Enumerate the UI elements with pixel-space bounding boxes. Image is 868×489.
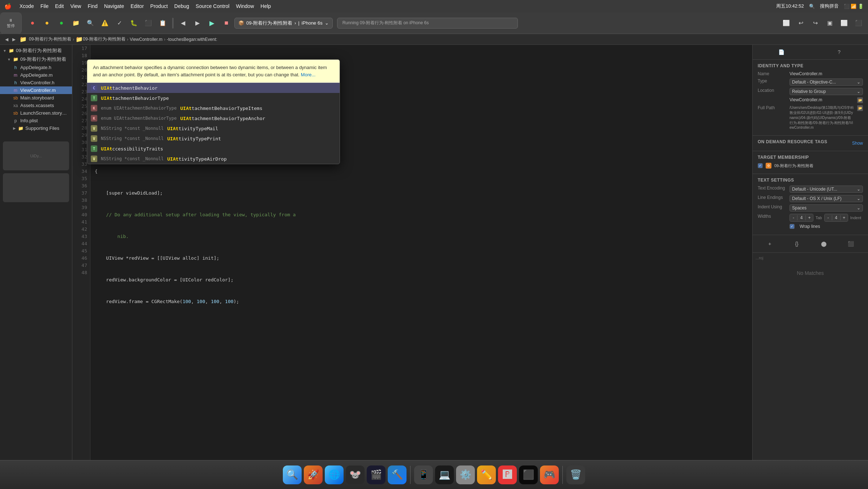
breadcrumb-1[interactable]: 09-附着行为-刚性附着 <box>29 36 71 42</box>
layout-btn-6[interactable]: ⬛ <box>852 17 865 30</box>
line-endings-dropdown[interactable]: Default - OS X / Unix (LF) ⌄ <box>790 195 863 202</box>
indent-decrement[interactable]: - <box>825 214 832 221</box>
dock-app-p[interactable]: 🅿 <box>498 465 517 484</box>
code-container[interactable]: 17 18 19 20 21 22 23 24 25 26 27 28 29 3… <box>72 45 752 467</box>
location-dropdown[interactable]: Relative to Group ⌄ <box>790 88 863 95</box>
menu-xcode[interactable]: Xcode <box>20 3 34 9</box>
fullpath-icon[interactable]: 📂 <box>857 105 863 111</box>
nav-icon-debug[interactable]: 🐛 <box>127 17 140 30</box>
dock-sysprefs[interactable]: ⚙️ <box>456 465 475 484</box>
breadcrumb-2[interactable]: 09-附着行为-刚性附着 <box>83 36 125 42</box>
ac-item-4[interactable]: V NSString *const _Nonnull UIAttivityTyp… <box>87 123 340 133</box>
scheme-selector[interactable]: 📦 09-附着行为-刚性附着 › | iPhone 6s ⌄ <box>234 18 333 29</box>
insp-square-icon[interactable]: ⬛ <box>846 239 856 249</box>
nav-icon-warn[interactable]: ⚠️ <box>98 17 111 30</box>
stop-button[interactable]: ■ <box>220 17 233 30</box>
tab-increment[interactable]: + <box>806 214 813 221</box>
target-checkbox[interactable]: ✓ <box>758 163 763 168</box>
menu-product[interactable]: Product <box>150 3 168 9</box>
menu-help[interactable]: Help <box>260 3 271 9</box>
nav-icon-test[interactable]: ✓ <box>113 17 126 30</box>
dock-safari[interactable]: 🌐 <box>325 465 344 484</box>
menu-edit[interactable]: Edit <box>55 3 64 9</box>
file-icon[interactable]: 📂 <box>857 97 863 103</box>
breadcrumb-back[interactable]: ◀ <box>3 36 10 43</box>
project-link-text[interactable]: ...roj <box>756 256 763 260</box>
insp-add-icon[interactable]: + <box>765 239 775 249</box>
nav-icon-report[interactable]: 📋 <box>156 17 169 30</box>
sidebar-item-launchscreen[interactable]: sb LaunchScreen.storyboard <box>0 109 72 117</box>
dock-simulator[interactable]: 📱 <box>414 465 433 484</box>
breadcrumb-3[interactable]: ViewController.m <box>130 37 162 42</box>
apple-menu[interactable]: 🍎 <box>4 3 12 10</box>
ac-item-5[interactable]: V NSString *const _Nonnull UIAttivityTyp… <box>87 133 340 144</box>
sidebar-item-infoplist[interactable]: p Info.plist <box>0 117 72 124</box>
insp-help-icon[interactable]: ? <box>834 47 844 57</box>
insp-circle-icon[interactable]: ⬤ <box>819 239 829 249</box>
tab-decrement[interactable]: - <box>790 214 797 221</box>
sidebar-item-root[interactable]: ▼ 📁 09-附着行为-刚性附着 <box>0 46 72 55</box>
ac-item-0[interactable]: C UIAttachmentBehavior <box>87 83 340 93</box>
nav-icon-bp[interactable]: ⬛ <box>142 17 155 30</box>
layout-btn-4[interactable]: ▣ <box>823 17 836 30</box>
breadcrumb-forward[interactable]: ▶ <box>10 36 17 43</box>
dock-orange-game[interactable]: 🎮 <box>540 465 559 484</box>
menubar-lang[interactable]: 搜狗拼音 <box>820 3 839 9</box>
dock-finder[interactable]: 🔍 <box>283 465 302 484</box>
encoding-dropdown[interactable]: Default - Unicode (UT... ⌄ <box>790 186 863 193</box>
forward-button[interactable]: ▶ <box>191 17 204 30</box>
insp-braces-icon[interactable]: {} <box>792 239 802 249</box>
sidebar-item-appdelegatem[interactable]: m AppDelegate.m <box>0 71 72 79</box>
run-button[interactable]: ▶ <box>205 17 218 30</box>
dock-quicktime[interactable]: 🎬 <box>367 465 386 484</box>
dock-trash[interactable]: 🗑️ <box>566 465 585 484</box>
pause-button[interactable]: ⏸ 暂停 <box>0 12 22 34</box>
menu-find[interactable]: Find <box>88 3 97 9</box>
sidebar-item-viewcontrollerh[interactable]: h ViewController.h <box>0 79 72 86</box>
menu-navigate[interactable]: Navigate <box>104 3 124 9</box>
traffic-close[interactable]: ● <box>26 17 39 30</box>
preview-item-1[interactable]: UiDy... <box>3 141 69 170</box>
breadcrumb-4[interactable]: -touchesBegan:withEvent: <box>167 37 217 42</box>
sidebar-item-appdelegateh[interactable]: h AppDelegate.h <box>0 64 72 71</box>
more-link[interactable]: More... <box>301 72 315 77</box>
layout-btn-5[interactable]: ⬜ <box>838 17 851 30</box>
indent-dropdown[interactable]: Spaces ⌄ <box>790 204 863 212</box>
autocomplete-popup[interactable]: An attachment behavior specifies a dynam… <box>87 59 340 164</box>
dock-mouse[interactable]: 🐭 <box>346 465 365 484</box>
indent-increment[interactable]: + <box>841 214 848 221</box>
ac-item-7[interactable]: V NSString *const _Nonnull UIAttivityTyp… <box>87 154 340 164</box>
sidebar-item-mainstoryboard[interactable]: sb Main.storyboard <box>0 94 72 102</box>
traffic-minimize[interactable]: ● <box>41 17 54 30</box>
insp-file-icon[interactable]: 📄 <box>776 47 787 57</box>
dock-terminal2[interactable]: ⬛ <box>519 465 538 484</box>
wrap-checkbox[interactable]: ✓ <box>790 224 795 229</box>
type-dropdown[interactable]: Default - Objective-C... ⌄ <box>790 78 863 86</box>
ac-item-1[interactable]: T UIAttachmentBehaviorType <box>87 93 340 103</box>
traffic-maximize[interactable]: ● <box>55 17 68 30</box>
sidebar-item-sub[interactable]: ▼ 📁 09-附着行为-刚性附着 <box>0 55 72 64</box>
tab-stepper[interactable]: - 4 + <box>790 214 813 222</box>
layout-btn-2[interactable]: ↩ <box>794 17 807 30</box>
sidebar-item-viewcontrollerm[interactable]: m ViewController.m <box>0 86 72 94</box>
layout-btn-1[interactable]: ⬜ <box>780 17 793 30</box>
menu-file[interactable]: File <box>41 3 49 9</box>
menubar-search-icon[interactable]: 🔍 <box>809 4 815 9</box>
back-button[interactable]: ◀ <box>176 17 190 30</box>
sidebar-item-supporting[interactable]: ▶ 📁 Supporting Files <box>0 124 72 132</box>
menu-editor[interactable]: Editor <box>131 3 144 9</box>
menu-source-control[interactable]: Source Control <box>196 3 229 9</box>
show-button[interactable]: Show <box>852 141 863 146</box>
ac-item-6[interactable]: T UIAtccessibilityTraits <box>87 144 340 154</box>
dock-launchpad[interactable]: 🚀 <box>304 465 323 484</box>
preview-item-2[interactable] <box>3 173 69 202</box>
ac-item-3[interactable]: K enum UIAttachmentBehaviorType UIAttach… <box>87 113 340 123</box>
dock-terminal[interactable]: 💻 <box>435 465 454 484</box>
nav-icon-folder[interactable]: 📁 <box>69 17 82 30</box>
menu-view[interactable]: View <box>70 3 81 9</box>
dock-xcode[interactable]: 🔨 <box>388 465 407 484</box>
sidebar-item-assets[interactable]: xa Assets.xcassets <box>0 102 72 109</box>
autocomplete-list[interactable]: C UIAttachmentBehavior T UIAttachmentBeh… <box>87 83 340 164</box>
indent-stepper[interactable]: - 4 + <box>824 214 848 222</box>
layout-btn-3[interactable]: ↪ <box>809 17 822 30</box>
